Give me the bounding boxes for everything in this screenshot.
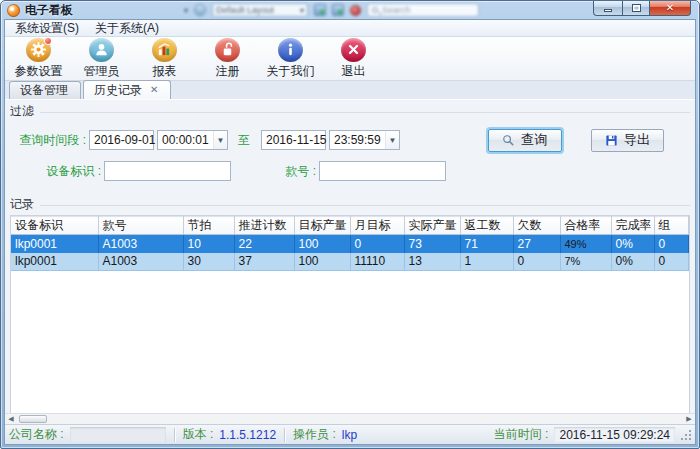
- filter-group-header: 过滤: [9, 100, 691, 121]
- table-cell[interactable]: 100: [294, 253, 350, 271]
- date-from-picker[interactable]: 2016-09-01 ▼: [89, 130, 154, 150]
- table-row[interactable]: lkp0001A100330371001111013107%0%0: [11, 253, 689, 271]
- tool-icon[interactable]: [332, 4, 344, 16]
- grid-body: lkp0001A10031022100073712749%0%0lkp0001A…: [11, 235, 689, 271]
- table-cell[interactable]: 0%: [611, 235, 654, 253]
- tab-history-records[interactable]: 历史记录 ✕: [83, 80, 171, 99]
- client-area: 系统设置(S) 关于系统(A) 参数设置 管理员: [4, 19, 696, 445]
- toolbar-button-label: 退出: [342, 63, 366, 80]
- toolbar: 参数设置 管理员 报表 注册: [5, 37, 695, 81]
- toolbar-button-label: 参数设置: [15, 63, 63, 80]
- scrollbar-thumb[interactable]: [19, 415, 47, 423]
- filter-group-label: 过滤: [10, 103, 34, 120]
- table-cell[interactable]: 0: [654, 235, 689, 253]
- tab-close-icon[interactable]: ✕: [150, 85, 158, 95]
- column-header[interactable]: 节拍: [183, 217, 234, 235]
- table-cell[interactable]: 13: [404, 253, 460, 271]
- table-cell[interactable]: 22: [234, 235, 294, 253]
- table-cell[interactable]: lkp0001: [11, 253, 98, 271]
- device-id-label: 设备标识 :: [9, 163, 104, 180]
- tool-icon[interactable]: [314, 4, 326, 16]
- table-cell[interactable]: 30: [183, 253, 234, 271]
- table-cell[interactable]: 73: [404, 235, 460, 253]
- column-header[interactable]: 设备标识: [11, 217, 98, 235]
- column-header[interactable]: 合格率: [560, 217, 611, 235]
- tab-device-management[interactable]: 设备管理: [9, 81, 81, 99]
- layout-combo[interactable]: Default Layout ▾: [212, 3, 308, 17]
- layout-icon[interactable]: [194, 4, 206, 16]
- scroll-left-icon[interactable]: ◀: [5, 414, 17, 424]
- column-header[interactable]: 月目标: [350, 217, 404, 235]
- table-cell[interactable]: 27: [513, 235, 560, 253]
- toolbar-button-label: 注册: [216, 63, 240, 80]
- table-cell[interactable]: 0: [513, 253, 560, 271]
- toolbar-button-report[interactable]: 报表: [133, 38, 196, 80]
- column-header[interactable]: 推进计数: [234, 217, 294, 235]
- table-cell[interactable]: 49%: [560, 235, 611, 253]
- info-icon: [278, 38, 303, 62]
- date-to-picker[interactable]: 2016-11-15 ▼: [261, 130, 326, 150]
- column-header[interactable]: 款号: [98, 217, 183, 235]
- table-cell[interactable]: 0%: [611, 253, 654, 271]
- time-to-picker[interactable]: 23:59:59 ▼: [329, 130, 400, 150]
- layout-combo-value: Default Layout: [216, 5, 274, 15]
- table-row[interactable]: lkp0001A10031022100073712749%0%0: [11, 235, 689, 253]
- table-cell[interactable]: lkp0001: [11, 235, 98, 253]
- chevron-down-icon[interactable]: ▾: [184, 6, 188, 15]
- table-cell[interactable]: 100: [294, 235, 350, 253]
- operator-value: lkp: [342, 428, 357, 442]
- title-bar: 电子看板 ▾ Default Layout ▾ Search ✕: [1, 1, 699, 19]
- horizontal-scrollbar[interactable]: ◀ ▶: [5, 413, 695, 424]
- column-header[interactable]: 组: [654, 217, 689, 235]
- app-icon: [7, 4, 20, 17]
- export-button[interactable]: 导出: [591, 129, 665, 152]
- table-cell[interactable]: 0: [654, 253, 689, 271]
- close-button[interactable]: ✕: [650, 1, 691, 16]
- search-icon: [502, 134, 515, 147]
- style-no-input[interactable]: [319, 161, 446, 181]
- search-input[interactable]: Search: [367, 3, 479, 17]
- time-from-picker[interactable]: 00:00:01 ▼: [157, 130, 228, 150]
- status-separator: [174, 428, 175, 442]
- tab-label: 历史记录: [94, 82, 142, 99]
- unlock-icon: [215, 38, 240, 62]
- toolbar-button-label: 关于我们: [267, 63, 315, 80]
- badge-icon: [44, 37, 52, 45]
- table-cell[interactable]: 1: [460, 253, 513, 271]
- column-header[interactable]: 实际产量: [404, 217, 460, 235]
- column-header[interactable]: 欠数: [513, 217, 560, 235]
- toolbar-button-administrator[interactable]: 管理员: [70, 38, 133, 80]
- menu-system-settings[interactable]: 系统设置(S): [7, 20, 87, 37]
- filter-row-keys: 设备标识 : 款号 :: [9, 160, 691, 182]
- style-no-label: 款号 :: [231, 163, 319, 180]
- gear-icon: [26, 38, 51, 62]
- minimize-button[interactable]: [593, 1, 622, 16]
- query-button[interactable]: 查询: [488, 129, 562, 152]
- maximize-button[interactable]: [622, 1, 650, 16]
- resize-grip[interactable]: [681, 430, 691, 440]
- column-header[interactable]: 目标产量: [294, 217, 350, 235]
- table-cell[interactable]: 0: [350, 235, 404, 253]
- column-header[interactable]: 返工数: [460, 217, 513, 235]
- column-header[interactable]: 完成率: [611, 217, 654, 235]
- record-icon[interactable]: [350, 5, 361, 16]
- toolbar-button-exit[interactable]: 退出: [322, 38, 385, 80]
- chevron-down-icon[interactable]: ▼: [213, 131, 227, 149]
- table-cell[interactable]: 10: [183, 235, 234, 253]
- minimize-icon: [604, 9, 612, 12]
- scrollbar-track[interactable]: [17, 414, 683, 424]
- table-cell[interactable]: 7%: [560, 253, 611, 271]
- toolbar-button-about-us[interactable]: 关于我们: [259, 38, 322, 80]
- device-id-input[interactable]: [104, 161, 231, 181]
- menu-about-system[interactable]: 关于系统(A): [87, 20, 167, 37]
- toolbar-button-register[interactable]: 注册: [196, 38, 259, 80]
- chevron-down-icon[interactable]: ▼: [385, 131, 399, 149]
- table-cell[interactable]: A1003: [98, 235, 183, 253]
- table-cell[interactable]: 37: [234, 253, 294, 271]
- table-cell[interactable]: A1003: [98, 253, 183, 271]
- scroll-right-icon[interactable]: ▶: [683, 414, 695, 424]
- table-cell[interactable]: 71: [460, 235, 513, 253]
- table-cell[interactable]: 11110: [350, 253, 404, 271]
- toolbar-button-parameter-settings[interactable]: 参数设置: [7, 38, 70, 80]
- filter-body: 查询时间段 : 2016-09-01 ▼ 00:00:01 ▼ 至 2016-1…: [9, 121, 691, 193]
